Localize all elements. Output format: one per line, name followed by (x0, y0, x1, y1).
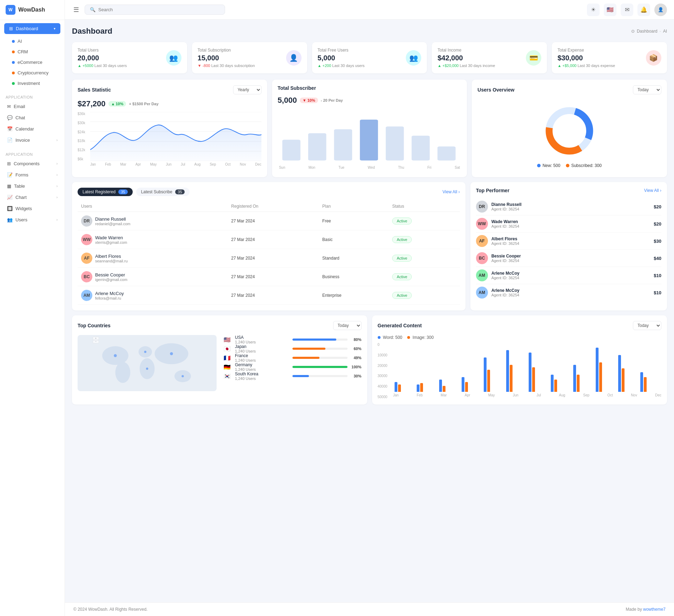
theme-toggle-button[interactable]: ☀ (587, 4, 600, 16)
performer-name: Dianne Russell (491, 202, 650, 207)
svg-rect-10 (386, 126, 404, 160)
menu-button[interactable]: ☰ (72, 5, 80, 15)
gen-bar-blue (484, 357, 487, 392)
performer-name: Albert Flores (491, 236, 650, 241)
sidebar-item-crm[interactable]: CRM (2, 47, 62, 57)
search-input[interactable] (98, 7, 220, 12)
widgets-label: Widgets (15, 206, 58, 211)
performer-avatar: WW (476, 218, 488, 230)
svg-rect-7 (308, 133, 326, 161)
stat-card-total-income: Total Income $42,000 ▲ +$20,000 Last 30 … (432, 42, 547, 73)
word-legend-label: Word: 500 (383, 335, 402, 340)
sidebar-item-cryptocurrency[interactable]: Cryptocurrency (2, 68, 62, 78)
sidebar-item-calendar[interactable]: 📅 Calendar (2, 123, 62, 134)
section-label-app2: Application (0, 149, 65, 158)
arrow-up-icon: ▲ (437, 63, 441, 68)
view-all-link[interactable]: View All › (443, 189, 460, 194)
user-cell: AM Arlene McCoy fellora@mail.ru (78, 286, 228, 305)
stat-icon: 💳 (526, 50, 541, 66)
stat-change-label: Last 30 days income (460, 63, 495, 68)
table-icon: ▦ (7, 183, 11, 189)
tab-latest-subscribe[interactable]: Latest Subscribe 35 (136, 188, 190, 196)
sidebar-item-forms[interactable]: 📝 Forms › (2, 169, 62, 180)
sidebar-item-dashboard[interactable]: ⊞ Dashboard ▾ (4, 23, 60, 34)
arrow-up-icon: ▲ (557, 63, 561, 68)
country-pct: 30% (350, 374, 362, 378)
sidebar-item-chart[interactable]: 📈 Chart › (2, 192, 62, 203)
france-flag-icon: 🇫🇷 (222, 354, 232, 361)
users-icon: 👥 (7, 217, 13, 222)
sidebar-item-components[interactable]: ⊞ Components › (2, 158, 62, 169)
stat-info: Total Subscription 15,000 ▼ -800 Last 30… (198, 48, 255, 68)
forms-icon: 📝 (7, 172, 13, 178)
breadcrumb-separator: - (660, 29, 661, 34)
stat-change: ▲ +200 Last 30 days users (318, 63, 365, 68)
overview-filter-select[interactable]: Today Weekly Monthly (633, 85, 661, 94)
stat-icon: 👤 (286, 50, 302, 66)
country-users: 1,240 Users (235, 376, 290, 381)
language-selector[interactable]: 🇺🇸 (604, 4, 616, 16)
card-header: Sales Statistic Yearly Monthly Weekly (78, 85, 262, 94)
tab-latest-registered[interactable]: Latest Registered 35 (78, 188, 133, 196)
performer-id: Agent ID: 36254 (491, 241, 650, 246)
gen-content-filter-select[interactable]: Today Weekly Monthly (633, 321, 661, 330)
subscriber-badge: ▼ 10% (300, 98, 318, 103)
image-legend-label: Image: 300 (412, 335, 434, 340)
performer-amount: $20 (654, 221, 661, 227)
sidebar-item-users[interactable]: 👥 Users › (2, 214, 62, 225)
stat-change: ▼ -800 Last 30 days subscription (198, 63, 255, 68)
sidebar-item-chat[interactable]: 💬 Chat (2, 112, 62, 123)
svg-point-28 (181, 375, 184, 377)
x-axis-labels: JanFebMar AprMayJun JulAugSep OctNovDec (90, 162, 262, 166)
legend-dot-subscribed (566, 164, 569, 167)
table-row: Latest Registered 35 Latest Subscribe 35… (72, 182, 667, 310)
messages-button[interactable]: ✉ (621, 4, 633, 16)
sales-filter-select[interactable]: Yearly Monthly Weekly (233, 85, 262, 94)
search-bar[interactable]: 🔍 (85, 5, 225, 15)
country-pct: 49% (350, 356, 362, 360)
country-bar-fill (292, 366, 347, 368)
svg-rect-6 (282, 140, 300, 160)
performer-info: Bessie Cooper Agent ID: 36254 (491, 254, 650, 263)
registered-badge: 35 (118, 189, 127, 194)
users-label: Users (15, 217, 54, 222)
japan-flag-icon: 🇯🇵 (222, 345, 232, 352)
germany-flag-icon: 🇩🇪 (222, 363, 232, 370)
dot-icon (12, 82, 15, 85)
sidebar-item-investment[interactable]: Investment (2, 78, 62, 88)
stat-change: ▲ +5000 Last 30 days users (78, 63, 127, 68)
total-subscriber-card: Total Subscriber 5,000 ▼ 10% - 20 Per Da… (272, 80, 467, 177)
sidebar-item-widgets[interactable]: 🔲 Widgets (2, 203, 62, 214)
registered-date: 27 Mar 2024 (228, 268, 319, 286)
card-header: Total Subscriber (278, 85, 462, 91)
stat-icon: 👥 (166, 50, 181, 66)
logo[interactable]: W WowDash (0, 0, 65, 20)
status: Active (389, 212, 460, 230)
gen-bar-orange (487, 370, 490, 392)
stat-label: Total Users (78, 48, 127, 53)
sidebar-item-email[interactable]: ✉ Email (2, 101, 62, 112)
countries-filter-select[interactable]: Today Weekly Monthly (333, 321, 362, 330)
sidebar-item-ecommerce[interactable]: eCommerce (2, 57, 62, 67)
country-name: Germany (235, 362, 290, 367)
table-tabs: Latest Registered 35 Latest Subscribe 35… (78, 188, 460, 196)
sidebar-item-invoice[interactable]: 📄 Invoice › (2, 135, 62, 146)
svg-rect-11 (411, 136, 430, 161)
user-avatar[interactable]: 👤 (654, 4, 667, 16)
dashboard-icon: ⊞ (9, 26, 13, 31)
user-name: Dianne Russell (95, 216, 130, 222)
breadcrumb: ⊙ Dashboard - AI (631, 29, 667, 34)
svg-point-24 (114, 354, 117, 357)
gen-bar-orange (398, 384, 401, 392)
sidebar-item-table[interactable]: ▦ Table › (2, 181, 62, 192)
users-overview-card: Users Overview Today Weekly Monthly (472, 80, 667, 177)
notifications-button[interactable]: 🔔 (637, 4, 650, 16)
view-all-performer-link[interactable]: View All › (644, 188, 661, 193)
stat-card-total-subscription: Total Subscription 15,000 ▼ -800 Last 30… (192, 42, 307, 73)
made-by-link[interactable]: wowtheme7 (643, 607, 666, 612)
country-name: France (235, 353, 290, 358)
gen-bar-orange (622, 368, 625, 392)
sidebar-item-ai[interactable]: AI (2, 36, 62, 46)
status-badge: Active (392, 292, 412, 299)
image-legend-dot (407, 336, 410, 339)
